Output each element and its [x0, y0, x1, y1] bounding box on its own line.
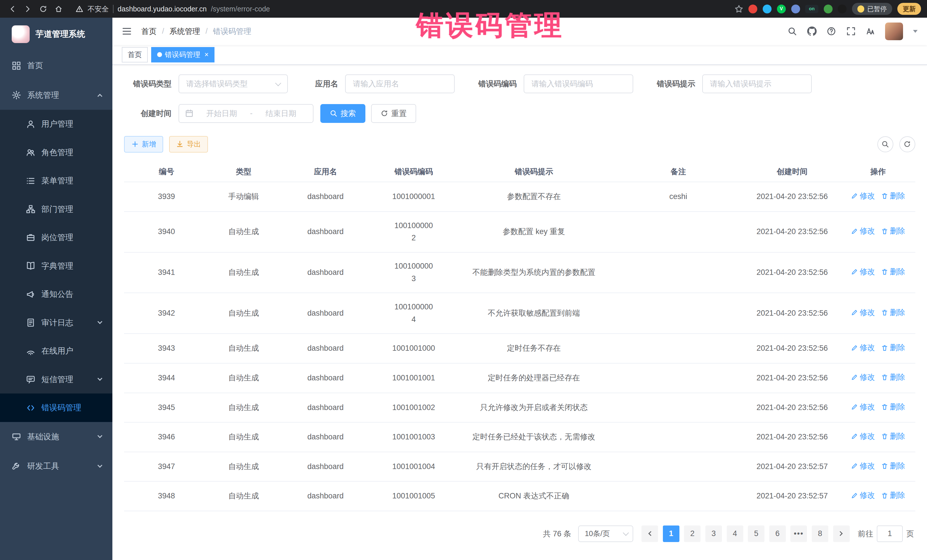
page-button-4[interactable]: 4 — [727, 525, 743, 542]
delete-link[interactable]: 删除 — [881, 460, 905, 472]
prev-page-button[interactable] — [641, 525, 658, 542]
page-size-select[interactable]: 10条/页 — [578, 525, 633, 542]
sidebar-item-audit[interactable]: 审计日志 — [0, 308, 112, 337]
infra-server-icon — [12, 432, 21, 442]
delete-link[interactable]: 删除 — [881, 225, 905, 238]
page-button-8[interactable]: 8 — [812, 525, 828, 542]
edit-link[interactable]: 修改 — [851, 307, 875, 319]
error-code-input[interactable] — [524, 74, 633, 93]
on-extension-icon[interactable]: on — [805, 5, 818, 13]
error-message-input[interactable] — [702, 74, 812, 93]
delete-link[interactable]: 删除 — [881, 371, 905, 384]
sidebar-item-tools[interactable]: 研发工具 — [0, 451, 112, 481]
github-icon[interactable] — [807, 27, 817, 36]
edit-link[interactable]: 修改 — [851, 401, 875, 413]
sidebar-item-dict[interactable]: 字典管理 — [0, 252, 112, 280]
delete-link[interactable]: 删除 — [881, 401, 905, 413]
update-button[interactable]: 更新 — [897, 3, 921, 15]
pagination: 共 76 条 10条/页 123456•••8 前往 页 — [124, 525, 914, 542]
droplet-extension-icon[interactable] — [763, 5, 772, 14]
page-button-2[interactable]: 2 — [684, 525, 701, 542]
breadcrumb-system[interactable]: 系统管理 — [169, 26, 200, 36]
sidebar-item-dept[interactable]: 部门管理 — [0, 195, 112, 223]
edit-link[interactable]: 修改 — [851, 225, 875, 238]
error-type-select[interactable]: 请选择错误码类型 — [179, 74, 288, 93]
search-button[interactable]: 搜索 — [320, 104, 365, 123]
sidebar-item-role[interactable]: 角色管理 — [0, 138, 112, 167]
tab-error-code-management[interactable]: 错误码管理× — [151, 47, 214, 62]
browser-back-button[interactable] — [6, 2, 19, 15]
sidebar-item-errorcode[interactable]: 错误码管理 — [0, 393, 112, 422]
sidebar-item-system[interactable]: 系统管理 — [0, 80, 112, 110]
export-button[interactable]: 导出 — [169, 136, 208, 153]
browser-home-button[interactable] — [52, 2, 65, 15]
delete-link[interactable]: 删除 — [881, 430, 905, 443]
delete-link[interactable]: 删除 — [881, 341, 905, 354]
address-bar[interactable]: 不安全 dashboard.yudao.iocoder.cn/system/er… — [76, 4, 270, 14]
green-extension-icon[interactable] — [824, 5, 833, 14]
v-extension-icon[interactable]: V — [777, 5, 786, 14]
cell-id: 3945 — [124, 393, 209, 423]
chevron-down-icon[interactable] — [913, 30, 918, 35]
tab-home[interactable]: 首页 — [122, 47, 148, 62]
cell-type: 自动生成 — [209, 363, 278, 393]
page-button-1[interactable]: 1 — [663, 525, 679, 542]
delete-link[interactable]: 删除 — [881, 190, 905, 202]
delete-link[interactable]: 删除 — [881, 266, 905, 278]
security-label: 不安全 — [88, 4, 109, 14]
cell-id: 3948 — [124, 481, 209, 511]
sidebar-item-post[interactable]: 岗位管理 — [0, 223, 112, 252]
user-avatar[interactable] — [885, 23, 903, 40]
cell-remark — [613, 363, 744, 393]
user-icon — [26, 120, 35, 129]
cell-error-code: 1001000002 — [372, 212, 454, 252]
next-page-button[interactable] — [833, 525, 850, 542]
add-button[interactable]: 新增 — [124, 136, 163, 153]
create-time-range-picker[interactable]: 开始日期 - 结束日期 — [179, 104, 313, 123]
page-button-6[interactable]: 6 — [769, 525, 786, 542]
reset-button[interactable]: 重置 — [371, 104, 416, 123]
edit-link[interactable]: 修改 — [851, 460, 875, 472]
sidebar-item-sms[interactable]: 短信管理 — [0, 365, 112, 393]
pin-extension-icon[interactable] — [838, 5, 846, 14]
app-name-input[interactable] — [345, 74, 454, 93]
sidebar-item-menu[interactable]: 菜单管理 — [0, 167, 112, 195]
edit-link[interactable]: 修改 — [851, 430, 875, 443]
more-pages-button[interactable]: ••• — [790, 525, 807, 542]
edit-link[interactable]: 修改 — [851, 341, 875, 354]
font-size-icon[interactable] — [866, 27, 875, 36]
edit-link[interactable]: 修改 — [851, 489, 875, 502]
search-icon[interactable] — [787, 27, 797, 36]
browser-reload-button[interactable] — [36, 2, 50, 15]
edit-link[interactable]: 修改 — [851, 371, 875, 384]
chevron-down-icon — [97, 433, 103, 439]
blue-extension-icon[interactable] — [791, 5, 800, 14]
edit-link[interactable]: 修改 — [851, 266, 875, 278]
page-button-3[interactable]: 3 — [705, 525, 722, 542]
page-button-5[interactable]: 5 — [748, 525, 764, 542]
cell-create-time: 2021-04-20 23:52:56 — [744, 393, 841, 423]
close-tab-icon[interactable]: × — [205, 50, 209, 59]
toggle-search-button[interactable] — [877, 136, 894, 152]
table-row: 3940自动生成dashboard1001000002参数配置 key 重复20… — [124, 212, 915, 252]
goto-page-input[interactable] — [877, 525, 903, 542]
red-extension-icon[interactable] — [748, 5, 757, 14]
sidebar-item-user[interactable]: 用户管理 — [0, 110, 112, 138]
sidebar-item-notice[interactable]: 通知公告 — [0, 280, 112, 308]
hamburger-icon[interactable] — [122, 26, 132, 36]
goto-label: 前往 — [858, 529, 873, 539]
fullscreen-icon[interactable] — [846, 27, 856, 36]
help-icon[interactable] — [827, 27, 836, 36]
cell-remark — [613, 452, 744, 482]
sidebar-item-online[interactable]: 在线用户 — [0, 337, 112, 365]
edit-link[interactable]: 修改 — [851, 190, 875, 202]
bookmark-star-icon[interactable] — [734, 5, 743, 14]
delete-link[interactable]: 删除 — [881, 307, 905, 319]
delete-link[interactable]: 删除 — [881, 489, 905, 502]
breadcrumb-home[interactable]: 首页 — [141, 26, 157, 36]
sidebar-item-infra[interactable]: 基础设施 — [0, 422, 112, 452]
paused-badge[interactable]: 已暂停 — [852, 3, 892, 15]
browser-forward-button[interactable] — [21, 2, 35, 15]
sidebar-item-home[interactable]: 首页 — [0, 51, 112, 80]
refresh-button[interactable] — [899, 136, 915, 152]
